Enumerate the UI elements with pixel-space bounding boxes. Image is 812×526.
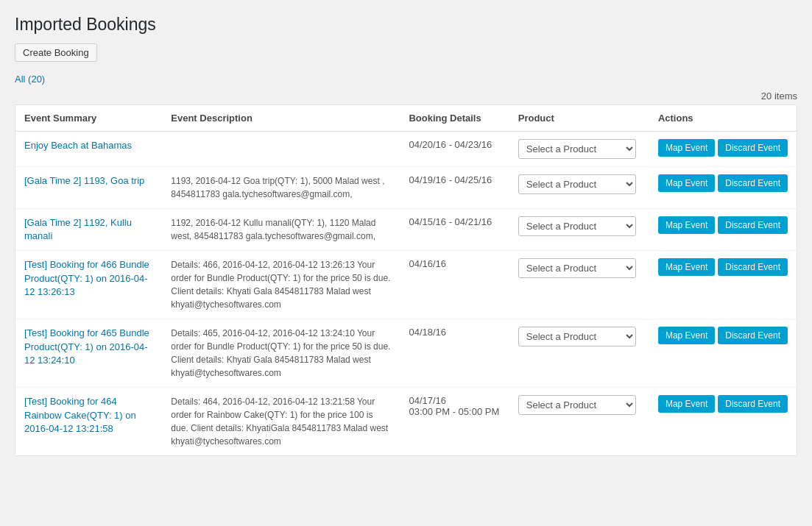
table-header-row: Event Summary Event Description Booking … xyxy=(15,105,797,132)
event-description: Details: 466, 2016-04-12, 2016-04-12 13:… xyxy=(162,251,400,319)
table-row: [Gala Time 2] 1193, Goa trip1193, 2016-0… xyxy=(15,167,797,209)
col-header-event-summary: Event Summary xyxy=(15,105,162,132)
event-description: 1192, 2016-04-12 Kullu manali(QTY: 1), 1… xyxy=(162,209,400,251)
table-row: [Test] Booking for 464 Rainbow Cake(QTY:… xyxy=(15,388,797,456)
event-description: Details: 465, 2016-04-12, 2016-04-12 13:… xyxy=(162,319,400,388)
actions-cell: Map EventDiscard Event xyxy=(649,132,797,167)
map-event-button[interactable]: Map Event xyxy=(658,327,715,344)
product-cell: Select a Product xyxy=(509,319,649,388)
table-row: [Test] Booking for 465 Bundle Product(QT… xyxy=(15,319,797,388)
product-select[interactable]: Select a Product xyxy=(518,174,636,194)
booking-details: 04/20/16 - 04/23/16 xyxy=(400,132,509,167)
discard-event-button[interactable]: Discard Event xyxy=(718,327,788,344)
discard-event-button[interactable]: Discard Event xyxy=(718,258,788,276)
booking-details: 04/19/16 - 04/25/16 xyxy=(400,167,509,209)
map-event-button[interactable]: Map Event xyxy=(658,395,715,413)
product-cell: Select a Product xyxy=(509,167,649,209)
product-select[interactable]: Select a Product xyxy=(518,139,636,159)
actions-cell: Map EventDiscard Event xyxy=(649,167,797,209)
bookings-table-wrap: Event Summary Event Description Booking … xyxy=(15,104,797,456)
product-select[interactable]: Select a Product xyxy=(518,216,636,236)
booking-details: 04/15/16 - 04/21/16 xyxy=(400,209,509,251)
event-description: 1193, 2016-04-12 Goa trip(QTY: 1), 5000 … xyxy=(162,167,400,209)
items-count: 20 items xyxy=(15,90,797,102)
col-header-product: Product xyxy=(509,105,649,132)
table-row: [Test] Booking for 466 Bundle Product(QT… xyxy=(15,251,797,319)
discard-event-button[interactable]: Discard Event xyxy=(718,216,788,234)
event-description: Details: 464, 2016-04-12, 2016-04-12 13:… xyxy=(162,388,400,456)
col-header-event-description: Event Description xyxy=(162,105,400,132)
bookings-table: Event Summary Event Description Booking … xyxy=(15,105,797,455)
event-summary-link[interactable]: [Test] Booking for 466 Bundle Product(QT… xyxy=(24,259,149,296)
discard-event-button[interactable]: Discard Event xyxy=(718,395,788,413)
booking-details: 04/17/1603:00 PM - 05:00 PM xyxy=(400,388,509,456)
product-cell: Select a Product xyxy=(509,132,649,167)
booking-details: 04/18/16 xyxy=(400,319,509,388)
booking-details: 04/16/16 xyxy=(400,251,509,319)
table-row: Enjoy Beach at Bahamas04/20/16 - 04/23/1… xyxy=(15,132,797,167)
event-summary-link[interactable]: Enjoy Beach at Bahamas xyxy=(24,140,132,151)
map-event-button[interactable]: Map Event xyxy=(658,139,715,157)
product-cell: Select a Product xyxy=(509,209,649,251)
actions-cell: Map EventDiscard Event xyxy=(649,388,797,456)
event-summary-link[interactable]: [Test] Booking for 465 Bundle Product(QT… xyxy=(24,327,149,365)
actions-cell: Map EventDiscard Event xyxy=(649,209,797,251)
all-filter-link[interactable]: All (20) xyxy=(15,74,45,85)
event-description xyxy=(162,132,400,167)
product-cell: Select a Product xyxy=(509,388,649,456)
discard-event-button[interactable]: Discard Event xyxy=(718,174,788,192)
page-title: Imported Bookings xyxy=(15,15,797,35)
product-cell: Select a Product xyxy=(509,251,649,319)
actions-cell: Map EventDiscard Event xyxy=(649,319,797,388)
actions-cell: Map EventDiscard Event xyxy=(649,251,797,319)
discard-event-button[interactable]: Discard Event xyxy=(718,139,788,157)
map-event-button[interactable]: Map Event xyxy=(658,216,715,234)
table-row: [Gala Time 2] 1192, Kullu manali1192, 20… xyxy=(15,209,797,251)
product-select[interactable]: Select a Product xyxy=(518,395,636,415)
create-booking-button[interactable]: Create Booking xyxy=(15,43,97,62)
product-select[interactable]: Select a Product xyxy=(518,258,636,278)
event-summary-link[interactable]: [Gala Time 2] 1192, Kullu manali xyxy=(24,217,132,241)
map-event-button[interactable]: Map Event xyxy=(658,174,715,192)
map-event-button[interactable]: Map Event xyxy=(658,258,715,276)
event-summary-link[interactable]: [Gala Time 2] 1193, Goa trip xyxy=(24,175,144,186)
product-select[interactable]: Select a Product xyxy=(518,327,636,346)
table-body: Enjoy Beach at Bahamas04/20/16 - 04/23/1… xyxy=(15,132,797,456)
col-header-booking-details: Booking Details xyxy=(400,105,509,132)
col-header-actions: Actions xyxy=(649,105,797,132)
event-summary-link[interactable]: [Test] Booking for 464 Rainbow Cake(QTY:… xyxy=(24,396,136,433)
